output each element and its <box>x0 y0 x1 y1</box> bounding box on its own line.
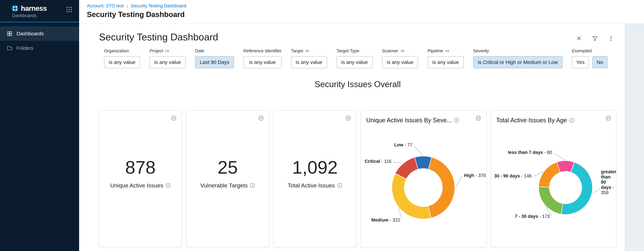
filter-icon[interactable] <box>592 35 598 42</box>
slice-label: 30 - 90 days - 146 <box>494 173 532 179</box>
sidebar-item-dashboards[interactable]: Dashboards <box>0 26 79 41</box>
info-icon <box>250 183 255 188</box>
info-icon <box>166 183 171 188</box>
filter-target-value[interactable]: is any value <box>291 56 327 68</box>
link-icon <box>445 49 450 53</box>
content-area: Security Testing Dashboard <box>79 23 644 251</box>
donut-slice-2[interactable] <box>539 187 563 214</box>
folder-icon <box>7 45 12 51</box>
sidebar-item-label: Dashboards <box>16 31 44 36</box>
sidebar-item-folders[interactable]: Folders <box>0 41 79 55</box>
dashboard-title: Security Testing Dashboard <box>99 31 218 42</box>
label-line <box>414 147 423 156</box>
sidebar-product-label: Dashboards <box>12 13 74 18</box>
slice-label: Critical - 116 <box>365 159 392 164</box>
tile-vulnerable-targets: 25 Vulnerable Targets <box>186 110 269 247</box>
chart-title: Unique Active Issues By Seve... <box>366 117 452 124</box>
filter-scanner: Scanner is any value <box>382 48 418 68</box>
tile-unique-active-issues-by-severity: Low - 77High - 370Medium - 322Critical -… <box>361 110 486 247</box>
filter-exempted-yes-button[interactable]: Yes <box>572 56 589 68</box>
filter-organization-value[interactable]: is any value <box>104 56 140 68</box>
stat-label: Unique Active Issues <box>110 182 163 189</box>
label-line <box>393 162 403 163</box>
filter-date-value[interactable]: Last 90 Days <box>195 56 234 68</box>
filter-label: Organization <box>104 48 129 53</box>
label-line <box>554 153 566 160</box>
filter-reference-identifier: Reference Identifier is any value <box>244 48 282 68</box>
donut-slice-3[interactable] <box>539 162 560 187</box>
age-donut-chart: less than 7 days - 80greaterthan90days -… <box>491 111 619 247</box>
filter-bar: Organization is any value Project is any… <box>104 48 616 68</box>
label-line <box>455 176 462 188</box>
filter-pipeline: Pipeline is any value <box>428 48 464 68</box>
globe-icon[interactable] <box>605 115 611 122</box>
filter-scanner-value[interactable]: is any value <box>382 56 418 68</box>
info-icon <box>454 118 459 123</box>
filter-project: Project is any value <box>150 48 186 68</box>
sidebar: harness Dashboards Dashboards Folders <box>0 0 79 251</box>
label-line <box>592 188 600 194</box>
harness-logo-icon <box>11 4 19 12</box>
filter-target-type: Target Type is any value <box>336 48 372 68</box>
globe-icon[interactable] <box>345 115 351 122</box>
link-icon <box>400 49 405 53</box>
nav-grid-icon[interactable] <box>66 6 73 14</box>
sidebar-header: harness Dashboards <box>0 0 79 22</box>
chart-title: Total Active Issues By Age <box>496 117 567 124</box>
filter-date: Date Last 90 Days <box>195 48 234 68</box>
slice-label: less than 7 days - 80 <box>508 150 552 155</box>
info-icon <box>569 118 574 123</box>
filter-label: Exempted <box>572 48 592 53</box>
filter-exempted: Exempted Yes No <box>572 48 608 68</box>
breadcrumb-account-link[interactable]: Account: STO test <box>87 3 124 8</box>
chevron-right-icon: › <box>126 4 128 8</box>
sidebar-nav: Dashboards Folders <box>0 26 79 55</box>
filter-target-type-value[interactable]: is any value <box>336 56 372 68</box>
filter-reference-identifier-value[interactable]: is any value <box>244 56 282 68</box>
stat-value: 1,092 <box>292 157 338 178</box>
slice-label: 7 - 30 days - 173 <box>515 214 550 219</box>
filter-label: Pipeline <box>428 48 443 53</box>
filter-label: Target Type <box>336 48 359 53</box>
filter-label: Reference Identifier <box>244 48 282 53</box>
filter-label: Project <box>150 48 163 53</box>
main-area: Account: STO test › Security Testing Das… <box>79 0 644 251</box>
kebab-menu-icon[interactable] <box>608 35 614 42</box>
dashboard-actions <box>576 35 616 42</box>
filter-label: Severity <box>473 48 489 53</box>
dashboards-icon <box>7 31 12 36</box>
donut-slice-2[interactable] <box>392 173 431 219</box>
globe-icon[interactable] <box>475 115 482 122</box>
filter-severity-value[interactable]: is Critical or High or Medium or Low <box>473 56 562 68</box>
slice-label: greaterthan90days -359 <box>601 169 616 195</box>
slice-label: Low - 77 <box>394 142 412 147</box>
section-title: Security Issues Overall <box>99 79 616 89</box>
filter-exempted-no-button[interactable]: No <box>592 56 608 68</box>
donut-slice-1[interactable] <box>428 157 455 218</box>
breadcrumb-dashboard-link[interactable]: Security Testing Dashboard <box>131 3 186 8</box>
link-icon <box>305 49 310 53</box>
filter-pipeline-value[interactable]: is any value <box>428 56 464 68</box>
dashboard-panel: Security Testing Dashboard <box>79 23 625 251</box>
tile-unique-active-issues: 878 Unique Active Issues <box>99 110 182 247</box>
slice-label: Medium - 322 <box>371 218 400 223</box>
filter-severity: Severity is Critical or High or Medium o… <box>473 48 562 68</box>
breadcrumb: Account: STO test › Security Testing Das… <box>87 3 644 8</box>
stat-label: Vulnerable Targets <box>200 182 248 189</box>
link-icon <box>165 49 170 53</box>
sidebar-item-label: Folders <box>16 45 33 51</box>
clear-icon[interactable] <box>576 35 582 41</box>
tiles-row: 878 Unique Active Issues 25 Vuln <box>99 110 616 247</box>
globe-icon[interactable] <box>171 115 177 122</box>
slice-label: High - 370 <box>464 173 486 178</box>
brand-wordmark: harness <box>21 4 47 12</box>
filter-label: Date <box>195 48 204 53</box>
globe-icon[interactable] <box>258 115 264 122</box>
filter-label: Scanner <box>382 48 398 53</box>
info-icon <box>337 183 342 188</box>
tile-total-active-issues-by-age: less than 7 days - 80greaterthan90days -… <box>491 110 616 247</box>
filter-project-value[interactable]: is any value <box>150 56 186 68</box>
tile-total-active-issues: 1,092 Total Active Issues <box>274 110 356 247</box>
filter-target: Target is any value <box>291 48 327 68</box>
stat-value: 878 <box>125 157 156 178</box>
